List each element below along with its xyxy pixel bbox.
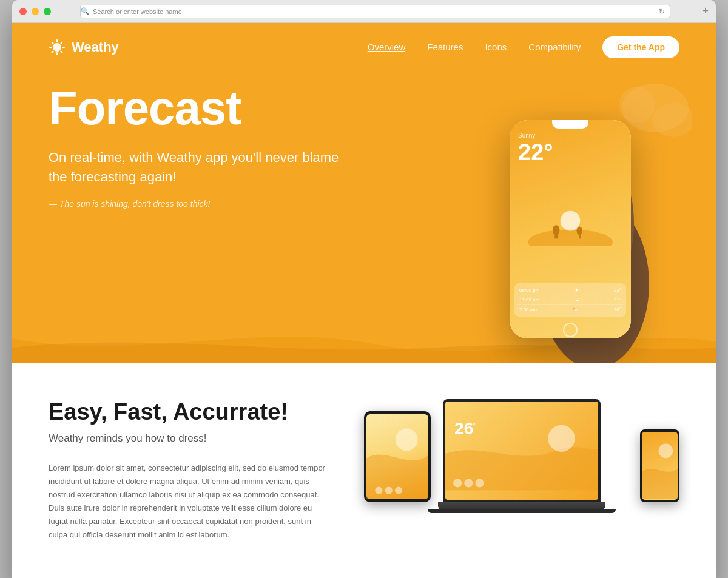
hero-content: Forecast On real-time, with Weathy app y… bbox=[12, 72, 413, 269]
svg-point-34 bbox=[396, 429, 418, 451]
svg-point-23 bbox=[561, 211, 581, 231]
browser-content: Weathy Overview Features Icons Compatibi… bbox=[12, 23, 716, 578]
phone-screen: Sunny 22° bbox=[510, 120, 631, 338]
logo-text: Weathy bbox=[72, 39, 119, 55]
features-title: Easy, Fast, Accurrate! bbox=[49, 399, 328, 425]
close-button[interactable] bbox=[19, 8, 27, 15]
time-3: 7:00 am bbox=[519, 307, 537, 312]
svg-line-11 bbox=[61, 51, 62, 52]
hero-title: Forecast bbox=[49, 84, 376, 133]
search-icon: 🔍 bbox=[81, 7, 89, 15]
phone-list-row-2: 11:00 am ☁ 21° bbox=[517, 295, 624, 305]
browser-titlebar: 🔍 Search or enter website name ↻ + bbox=[12, 0, 716, 23]
weather-scene-icon bbox=[528, 203, 613, 246]
phone-list-row-3: 7:00 am ⛅ 20° bbox=[517, 305, 624, 314]
hero-section: Weathy Overview Features Icons Compatibi… bbox=[12, 23, 716, 363]
phone-hourly-list: 09:00 pm ☀ 22° 11:00 am ☁ 21° 7:00 am bbox=[514, 283, 626, 317]
svg-line-13 bbox=[52, 51, 53, 52]
icon-3: ⛅ bbox=[572, 307, 578, 312]
phone-notch bbox=[552, 120, 588, 129]
hero-tagline: — The sun is shining, don't dress too th… bbox=[49, 199, 376, 209]
nav-item-icons[interactable]: Icons bbox=[485, 42, 507, 53]
nav-link-overview[interactable]: Overview bbox=[368, 42, 406, 52]
laptop-foot bbox=[428, 509, 616, 513]
time-2: 11:00 am bbox=[519, 297, 539, 303]
nav-item-features[interactable]: Features bbox=[427, 42, 463, 53]
svg-point-31 bbox=[453, 479, 462, 487]
nav-link-features[interactable]: Features bbox=[427, 42, 463, 52]
nav-link-compatibility[interactable]: Compatibility bbox=[528, 42, 581, 52]
maximize-button[interactable] bbox=[44, 8, 51, 15]
svg-point-36 bbox=[385, 486, 393, 494]
phone-temperature: 22° bbox=[510, 140, 631, 166]
icon-1: ☀ bbox=[575, 287, 579, 293]
temp-2: 21° bbox=[614, 297, 621, 303]
svg-point-22 bbox=[528, 229, 613, 246]
temp-3: 20° bbox=[614, 307, 621, 312]
logo-icon bbox=[49, 39, 66, 56]
mobile-screen bbox=[642, 432, 678, 500]
nav-link-icons[interactable]: Icons bbox=[485, 42, 507, 52]
navigation: Weathy Overview Features Icons Compatibi… bbox=[12, 23, 716, 72]
phone-home-button-area bbox=[510, 321, 631, 338]
new-tab-button[interactable]: + bbox=[702, 5, 709, 18]
address-bar[interactable]: 🔍 Search or enter website name ↻ bbox=[80, 5, 670, 18]
svg-point-33 bbox=[475, 479, 484, 487]
reload-icon[interactable]: ↻ bbox=[659, 7, 665, 16]
time-1: 09:00 pm bbox=[519, 287, 539, 293]
nav-item-compatibility[interactable]: Compatibility bbox=[528, 42, 581, 53]
tablet-weather-scene bbox=[366, 414, 428, 499]
temp-1: 22° bbox=[614, 287, 621, 293]
get-app-button[interactable]: Get the App bbox=[602, 36, 679, 58]
tablet-screen bbox=[366, 414, 428, 499]
laptop-weather-scene: 26 ° bbox=[445, 402, 598, 500]
features-subtitle: Weathy reminds you how to dress! bbox=[49, 432, 328, 445]
hero-subtitle: On real-time, with Weathy app you'll nev… bbox=[49, 148, 352, 187]
features-text: Easy, Fast, Accurrate! Weathy reminds yo… bbox=[49, 399, 328, 542]
logo[interactable]: Weathy bbox=[49, 39, 368, 56]
phone-condition: Sunny bbox=[510, 129, 631, 140]
mobile-weather-scene bbox=[642, 432, 678, 500]
laptop-mockup: 26 ° bbox=[428, 399, 616, 513]
svg-point-5 bbox=[53, 43, 61, 52]
svg-point-37 bbox=[395, 486, 402, 494]
svg-point-32 bbox=[464, 479, 473, 487]
tablet-mockup bbox=[364, 411, 431, 502]
phone-home-button bbox=[563, 323, 578, 337]
svg-text:26: 26 bbox=[454, 418, 473, 438]
svg-point-35 bbox=[375, 486, 382, 494]
svg-text:°: ° bbox=[473, 422, 476, 430]
phone-frame: Sunny 22° bbox=[510, 120, 631, 338]
svg-line-10 bbox=[52, 42, 53, 44]
address-text: Search or enter website name bbox=[93, 8, 182, 15]
minimize-button[interactable] bbox=[32, 8, 39, 15]
phone-weather-illustration bbox=[510, 166, 631, 283]
icon-2: ☁ bbox=[575, 297, 579, 303]
features-devices: 26 ° bbox=[364, 399, 679, 513]
svg-point-38 bbox=[659, 444, 673, 459]
nav-item-overview[interactable]: Overview bbox=[368, 42, 406, 53]
svg-point-27 bbox=[577, 226, 582, 235]
svg-line-12 bbox=[61, 42, 62, 44]
laptop-screen-body: 26 ° bbox=[443, 399, 601, 502]
browser-window: 🔍 Search or enter website name ↻ + bbox=[12, 0, 716, 578]
features-section: Easy, Fast, Accurrate! Weathy reminds yo… bbox=[12, 363, 716, 578]
laptop-screen-content: 26 ° bbox=[445, 402, 598, 500]
features-body: Lorem ipsum dolor sit amet, consectetur … bbox=[49, 462, 328, 542]
svg-point-30 bbox=[548, 425, 575, 452]
phone-list-row-1: 09:00 pm ☀ 22° bbox=[517, 286, 624, 295]
laptop-base bbox=[438, 502, 605, 509]
svg-point-25 bbox=[553, 225, 560, 235]
nav-links: Overview Features Icons Compatibility bbox=[368, 42, 581, 53]
mobile-mockup bbox=[640, 429, 679, 502]
